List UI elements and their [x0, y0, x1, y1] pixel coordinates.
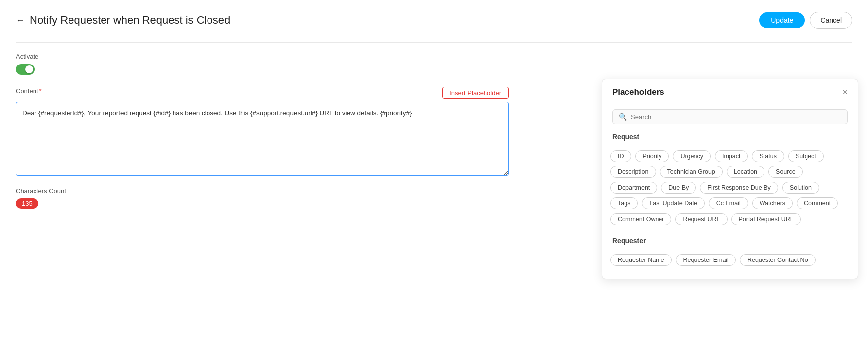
search-icon: 🔍	[619, 113, 627, 121]
search-input[interactable]	[631, 113, 841, 121]
request-section-divider	[612, 145, 848, 145]
tag-pill[interactable]: Comment	[797, 197, 838, 209]
requester-tags-area: Requester NameRequester EmailRequester C…	[602, 254, 858, 266]
tag-pill[interactable]: Requester Name	[610, 254, 672, 266]
tag-pill[interactable]: ID	[610, 150, 631, 162]
activate-section: Activate	[16, 53, 509, 75]
header-row: ← Notify Requester when Request is Close…	[16, 12, 852, 29]
activate-label: Activate	[16, 53, 509, 60]
tag-pill[interactable]: First Response Due By	[700, 182, 778, 194]
toggle-knob	[25, 65, 33, 73]
tag-pill[interactable]: Due By	[661, 182, 696, 194]
toggle-wrapper	[16, 64, 509, 75]
requester-section-divider	[612, 249, 848, 249]
request-section-label: Request	[602, 128, 858, 145]
tag-pill[interactable]: Status	[752, 150, 784, 162]
request-tags-area: IDPriorityUrgencyImpactStatusSubjectDesc…	[602, 150, 858, 225]
tag-pill[interactable]: Location	[727, 166, 764, 178]
tag-pill[interactable]: Solution	[782, 182, 819, 194]
content-section: Content* Insert Placeholder Dear {#reque…	[16, 87, 509, 177]
requester-section-label: Requester	[602, 232, 858, 249]
tag-pill[interactable]: Last Update Date	[642, 197, 704, 209]
page-container: ← Notify Requester when Request is Close…	[0, 0, 868, 356]
requester-section: Requester Requester NameRequester EmailR…	[602, 232, 858, 266]
tag-pill[interactable]: Source	[768, 166, 803, 178]
tag-pill[interactable]: Urgency	[673, 150, 711, 162]
tag-pill[interactable]: Requester Contact No	[740, 254, 816, 266]
cancel-button[interactable]: Cancel	[810, 12, 852, 29]
search-area: 🔍	[602, 103, 858, 128]
placeholders-panel: Placeholders × 🔍 Request IDPriorityUrgen…	[602, 79, 858, 279]
title-area: ← Notify Requester when Request is Close…	[16, 14, 230, 27]
tag-pill[interactable]: Tags	[610, 197, 638, 209]
insert-placeholder-button[interactable]: Insert Placeholder	[442, 87, 509, 99]
tag-pill[interactable]: Request URL	[675, 213, 727, 225]
tag-pill[interactable]: Department	[610, 182, 657, 194]
close-panel-button[interactable]: ×	[842, 88, 848, 97]
content-textarea[interactable]: Dear {#requesterId#}, Your reported requ…	[16, 102, 509, 176]
tag-pill[interactable]: Cc Email	[709, 197, 748, 209]
panel-title: Placeholders	[612, 87, 664, 97]
header-divider	[16, 42, 852, 43]
chars-badge: 135	[16, 198, 38, 209]
tag-pill[interactable]: Impact	[715, 150, 748, 162]
tag-pill[interactable]: Portal Request URL	[731, 213, 801, 225]
back-arrow-icon[interactable]: ←	[16, 15, 25, 26]
content-label: Content*	[16, 87, 42, 95]
header-buttons: Update Cancel	[759, 12, 852, 29]
content-header: Content* Insert Placeholder	[16, 87, 509, 99]
tag-pill[interactable]: Subject	[788, 150, 824, 162]
tag-pill[interactable]: Description	[610, 166, 656, 178]
tag-pill[interactable]: Priority	[635, 150, 669, 162]
tag-pill[interactable]: Comment Owner	[610, 213, 671, 225]
activate-toggle[interactable]	[16, 64, 35, 75]
tag-pill[interactable]: Requester Email	[676, 254, 736, 266]
required-star: *	[39, 87, 42, 95]
panel-header: Placeholders ×	[602, 79, 858, 103]
page-title: Notify Requester when Request is Closed	[30, 14, 230, 27]
tag-pill[interactable]: Watchers	[752, 197, 793, 209]
search-input-wrapper: 🔍	[612, 109, 848, 124]
update-button[interactable]: Update	[759, 12, 805, 28]
tag-pill[interactable]: Technician Group	[660, 166, 723, 178]
